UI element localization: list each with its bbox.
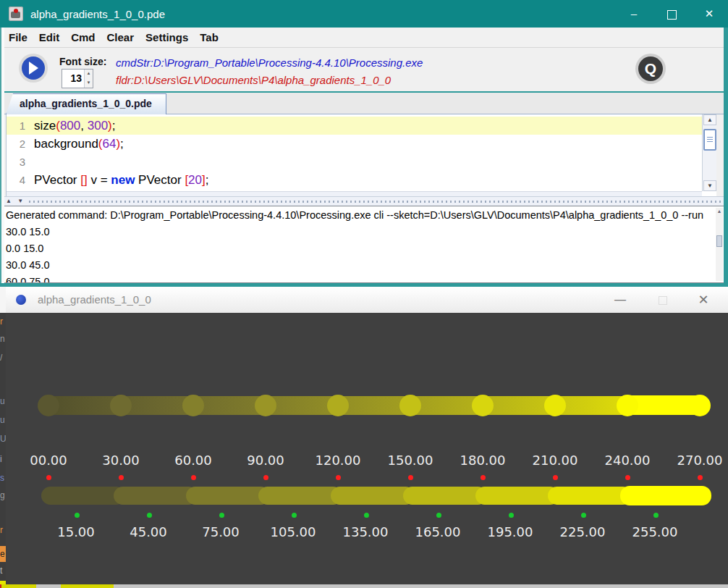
tab-sketch-file[interactable]: alpha_gradients_1_0_0.pde: [6, 93, 166, 114]
alpha-value-label: 00.00: [30, 453, 67, 468]
line-number: 3: [7, 153, 25, 171]
fldr-path: fldr:D:\Users\GLV\Documents\P4\alpha_gra…: [116, 74, 391, 86]
code-token: ;: [120, 137, 124, 151]
red-dot: [553, 475, 558, 480]
screen: r n / u u U i s g r e t alpha_gradients_…: [0, 0, 728, 588]
ide-window: alpha_gradients_1_0_0.pde – ✕ FileEditCm…: [0, 0, 728, 287]
alpha-pill: [331, 487, 415, 505]
alpha-pill: [41, 487, 125, 505]
alpha-pill: [403, 487, 487, 505]
spinner-down-icon[interactable]: ▼: [85, 79, 93, 88]
green-dot: [147, 513, 152, 518]
alpha-value-label: 210.00: [533, 453, 578, 468]
green-dot: [581, 513, 586, 518]
editor-console-splitter[interactable]: ▲ ▼: [0, 196, 728, 206]
tab-label: alpha_gradients_1_0_0.pde: [7, 94, 166, 114]
background-bottom-strip: [0, 584, 728, 588]
alpha-value-label: 240.00: [605, 453, 651, 468]
maximize-icon: [659, 296, 667, 305]
red-dot: [119, 475, 124, 480]
sketch-title: alpha_gradients_1_0_0: [38, 293, 151, 306]
console-scrollbar[interactable]: ▲: [716, 208, 723, 281]
menu-settings[interactable]: Settings: [145, 31, 188, 43]
close-button[interactable]: ✕: [689, 287, 718, 313]
console-output[interactable]: ▲ Generated command: D:\Program_Portable…: [1, 206, 725, 283]
red-dot: [625, 475, 630, 480]
scroll-up-icon[interactable]: ▲: [703, 114, 716, 125]
menu-clear[interactable]: Clear: [107, 31, 135, 43]
code-token: 20: [188, 173, 202, 187]
alpha-value-label: 195.00: [488, 524, 533, 539]
alpha-pill: [620, 486, 711, 505]
console-line: 60.0 75.0: [6, 276, 49, 283]
alpha-value-label: 225.00: [560, 524, 606, 539]
red-dot: [698, 475, 703, 480]
code-token: ;: [112, 119, 116, 133]
maximize-button[interactable]: [648, 287, 677, 313]
alpha-value-label: 90.00: [247, 453, 284, 468]
alpha-pill: [258, 487, 342, 505]
editor-vertical-scrollbar[interactable]: ▲ ▼: [702, 114, 716, 191]
alpha-value-label: 60.00: [174, 453, 212, 468]
editor-line: 3: [7, 153, 702, 171]
alpha-pill: [475, 487, 559, 505]
alpha-circle: [399, 395, 421, 416]
maximize-button[interactable]: [653, 0, 690, 28]
red-dot: [263, 475, 268, 480]
scrollbar-thumb[interactable]: [716, 235, 722, 247]
green-dot: [364, 513, 369, 518]
alpha-value-label: 135.00: [343, 524, 389, 539]
code-editor[interactable]: 1size(800, 300);2background(64);34PVecto…: [6, 114, 716, 196]
red-dot: [408, 475, 413, 480]
titlebar: alpha_gradients_1_0_0.pde – ✕: [0, 0, 728, 28]
sketch-titlebar: alpha_gradients_1_0_0 — ✕: [6, 287, 728, 313]
alpha-circle: [689, 395, 711, 416]
console-line: 30.0 15.0: [6, 226, 49, 238]
code-token: PVector: [34, 173, 80, 187]
console-line: 30.0 45.0: [6, 259, 49, 271]
menu-tab[interactable]: Tab: [200, 31, 219, 43]
menu-cmd[interactable]: Cmd: [71, 31, 95, 43]
app-icon: [9, 7, 23, 21]
editor-line: 4PVector [] v = new PVector [20];: [7, 171, 702, 189]
scroll-down-icon[interactable]: ▼: [703, 180, 716, 191]
processing-icon: [16, 295, 26, 305]
code-token: v =: [88, 173, 111, 187]
menu-edit[interactable]: Edit: [39, 31, 59, 43]
toolbar: Font size: 13 ▲ ▼ cmdStr:D:\Program_Port…: [0, 49, 728, 93]
close-button[interactable]: ✕: [690, 0, 728, 28]
spinner-up-icon[interactable]: ▲: [85, 70, 93, 79]
code-token: PVector: [135, 173, 185, 187]
editor-horizontal-scrollbar[interactable]: [7, 191, 702, 196]
scroll-up-icon[interactable]: ▲: [716, 208, 723, 215]
font-size-label: Font size:: [59, 56, 106, 67]
editor-line: 1size(800, 300);: [7, 117, 702, 135]
window-title: alpha_gradients_1_0_0.pde: [30, 8, 165, 20]
font-size-spinner[interactable]: 13 ▲ ▼: [62, 69, 93, 88]
green-dot: [292, 513, 297, 518]
alpha-value-label: 270.00: [677, 453, 723, 468]
alpha-value-label: 45.00: [130, 524, 167, 539]
scrollbar-thumb[interactable]: [703, 129, 716, 151]
code-text: background(64);: [34, 135, 124, 153]
run-button[interactable]: [19, 54, 48, 83]
code-token: ,: [80, 119, 87, 133]
red-dot: [46, 475, 51, 480]
editor-content: 1size(800, 300);2background(64);34PVecto…: [7, 114, 702, 191]
splitter-arrows-icon[interactable]: ▲ ▼: [6, 197, 25, 206]
code-token: new: [111, 173, 135, 187]
alpha-value-label: 30.00: [102, 453, 140, 468]
alpha-pill: [548, 487, 632, 505]
green-dot: [219, 513, 224, 518]
menu-file[interactable]: File: [9, 31, 27, 43]
line-number: 2: [7, 135, 25, 153]
alpha-value-label: 180.00: [460, 453, 506, 468]
minimize-button[interactable]: –: [615, 0, 653, 28]
green-dot: [653, 513, 659, 518]
alpha-value-label: 15.00: [57, 524, 95, 539]
menu-bar: FileEditCmdClearSettingsTab: [0, 28, 728, 48]
minimize-button[interactable]: —: [606, 287, 635, 313]
line-number: 4: [7, 171, 25, 189]
red-dot: [191, 475, 196, 480]
background-titlebar-sliver: [0, 287, 6, 313]
